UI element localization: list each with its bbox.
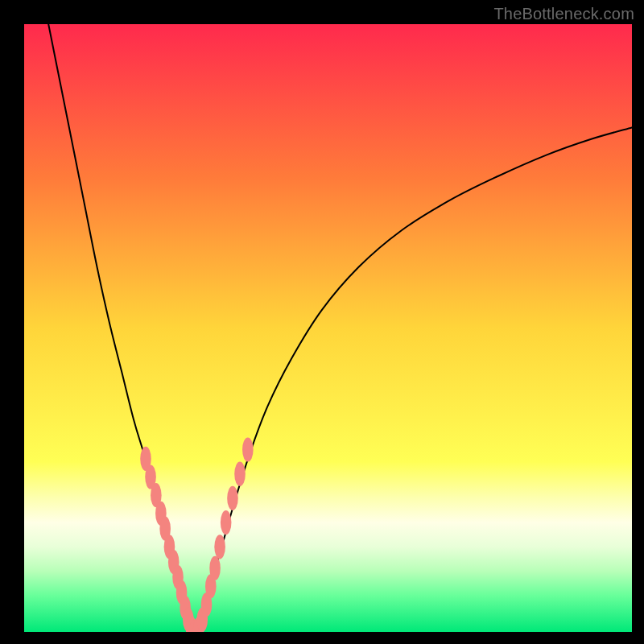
gradient-background <box>24 24 632 632</box>
scatter-point <box>214 535 225 559</box>
chart-frame: TheBottleneck.com <box>0 0 644 644</box>
scatter-point <box>234 462 246 486</box>
scatter-point <box>242 437 254 461</box>
plot-area <box>24 24 632 632</box>
scatter-point <box>227 486 238 510</box>
watermark-text: TheBottleneck.com <box>493 5 634 23</box>
scatter-point <box>209 556 221 580</box>
scatter-point <box>221 510 232 535</box>
chart-svg <box>24 24 632 632</box>
